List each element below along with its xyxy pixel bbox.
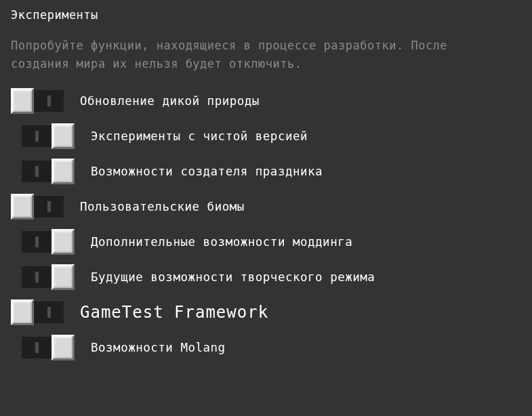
toggle-track [22,161,52,182]
option-label: Будущие возможности творческого режима [91,270,375,284]
option-label: Эксперименты с чистой версией [91,129,308,143]
option-row: Возможности создателя праздника [11,159,521,184]
toggle-indicator-icon [35,342,39,353]
option-label: Пользовательские биомы [80,200,245,213]
toggle-switch[interactable] [22,335,75,360]
toggle-switch[interactable] [22,264,75,290]
toggle-knob [52,123,75,149]
toggle-track [34,196,64,217]
option-row: Будущие возможности творческого режима [11,264,521,290]
option-label: Возможности Molang [91,341,226,354]
option-label: Дополнительные возможности моддинга [91,235,352,249]
section-description: Попробуйте функции, находящиеся в процес… [11,37,512,73]
section-title: Эксперименты [11,8,521,22]
toggle-switch[interactable] [11,299,64,325]
toggle-knob [11,194,34,220]
option-row: Эксперименты с чистой версией [11,123,521,149]
toggle-switch[interactable] [22,159,75,184]
toggle-knob [52,159,75,184]
toggle-indicator-icon [47,96,51,106]
toggle-knob [52,229,75,255]
toggle-track [22,337,52,358]
option-row: Обновление дикой природы [11,88,521,114]
toggle-track [22,266,52,288]
option-row: Дополнительные возможности моддинга [11,229,521,255]
option-label: GameTest Framework [80,303,268,322]
toggle-switch[interactable] [22,123,75,149]
toggle-indicator-icon [35,272,39,283]
toggle-knob [11,299,34,325]
toggle-indicator-icon [47,307,51,318]
option-label: Обновление дикой природы [80,94,260,108]
toggle-track [34,301,64,323]
toggle-track [22,125,52,147]
toggle-knob [52,335,75,360]
toggle-knob [52,264,75,290]
option-label: Возможности создателя праздника [91,165,323,178]
toggle-switch[interactable] [11,88,64,114]
option-row: Пользовательские биомы [11,194,521,220]
options-list: Обновление дикой природыЭксперименты с ч… [11,88,521,360]
toggle-indicator-icon [35,166,39,177]
toggle-indicator-icon [47,201,51,212]
toggle-track [22,231,52,253]
toggle-indicator-icon [35,236,39,247]
toggle-switch[interactable] [11,194,64,220]
toggle-indicator-icon [35,131,39,142]
option-row: Возможности Molang [11,335,521,360]
toggle-knob [11,88,34,114]
option-row: GameTest Framework [11,299,521,325]
toggle-track [34,90,64,112]
toggle-switch[interactable] [22,229,75,255]
